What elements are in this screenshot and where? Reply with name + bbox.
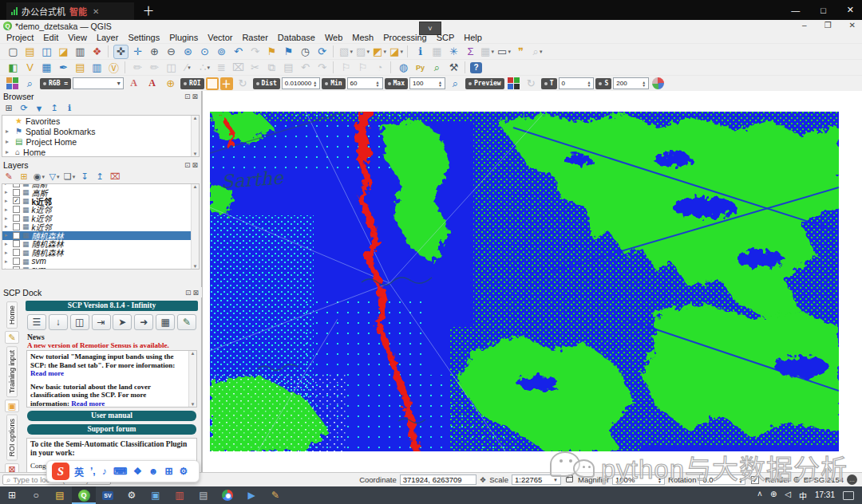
qgis-restore-button[interactable]: ❐ (824, 21, 832, 30)
magnifier-spinbox[interactable]: 100%▲▼ (612, 474, 665, 485)
extents-toggle-icon[interactable]: ❖ (480, 475, 487, 484)
paste-features-icon[interactable]: ▤ (281, 61, 296, 75)
toggle-editing-icon[interactable]: ✏ (147, 61, 162, 75)
browser-filter-icon[interactable]: ▼ (33, 102, 45, 114)
s-spinbox[interactable]: 200▲▼ (613, 77, 649, 89)
tray-expand-icon[interactable]: ˄ (757, 490, 762, 502)
browser-collapse-icon[interactable]: ↥ (48, 102, 61, 114)
browser-item-home[interactable]: ▸⌂Home (2, 147, 199, 157)
map-tips-icon[interactable]: ❞ (513, 45, 528, 59)
menu-item[interactable]: Database (273, 33, 320, 42)
digitize-icon[interactable]: ∕▾ (180, 61, 196, 75)
menu-item[interactable]: Layer (92, 33, 124, 42)
notifications-button[interactable] (843, 491, 854, 500)
messages-icon[interactable]: … (847, 474, 857, 485)
tray-ime-zh[interactable]: 中 (799, 490, 807, 502)
video-app-button[interactable]: ▶ (239, 486, 263, 504)
browser-item-project-home[interactable]: ▸▤Project Home (2, 136, 199, 147)
remote-tab-close-icon[interactable]: ✕ (93, 7, 99, 16)
filter-legend-icon[interactable]: ▽▾ (48, 171, 61, 183)
ime-mode-english[interactable]: 英 (74, 465, 84, 478)
remove-layer-icon[interactable]: ⌧ (109, 171, 121, 183)
metasearch-icon[interactable]: ◍ (396, 61, 411, 75)
open-attribute-table-icon[interactable]: ▦ (429, 45, 445, 59)
roi-zoom-icon[interactable]: ⊕ (163, 77, 178, 91)
lock-scale-icon[interactable] (566, 477, 573, 482)
start-button[interactable]: ⊞ (0, 486, 24, 504)
menu-item[interactable]: Project (2, 33, 38, 42)
map-themes-icon[interactable]: ❏▾ (63, 171, 76, 183)
add-vector-layer-icon[interactable]: V (22, 61, 38, 75)
layer-checkbox[interactable] (13, 183, 20, 187)
menu-item[interactable]: Web (320, 33, 347, 42)
remote-tab[interactable]: 办公台式机 智能 ✕ (6, 2, 134, 20)
pan-to-selection-icon[interactable]: ✛ (130, 45, 145, 59)
show-bookmarks-icon[interactable]: ⚑ (281, 45, 296, 59)
ime-punct-icon[interactable]: ’, (90, 466, 96, 477)
ime-mic-icon[interactable]: ♪ (102, 466, 107, 477)
browser-item-spatial-bookmarks[interactable]: ▸⚑Spatial Bookmarks (2, 126, 199, 136)
remote-maximize-button[interactable]: □ (820, 6, 826, 15)
spectral-plot-icon[interactable]: A (144, 77, 160, 91)
delete-selected-icon[interactable]: ⌧ (231, 61, 246, 75)
ime-keyboard-icon[interactable]: ⌨ (113, 466, 127, 477)
support-forum-button[interactable]: Support forum (27, 424, 196, 435)
help-contents-icon[interactable]: ? (470, 62, 482, 73)
modify-attributes-icon[interactable]: ≣ (214, 61, 229, 75)
news-scrollbar[interactable]: ▲▼ (188, 351, 196, 407)
nominatim-search-icon[interactable]: ⌕▾ (530, 45, 545, 59)
chrome-button[interactable] (216, 486, 239, 504)
scp-zoom-icon[interactable]: ⌕ (22, 77, 38, 91)
layer-row[interactable]: ▸▦svm (2, 257, 199, 266)
layer-checkbox[interactable] (13, 206, 20, 213)
scale-combo[interactable]: 1:22765▼ (512, 474, 561, 485)
osm-place-search-icon[interactable]: ⌕ (429, 61, 445, 75)
layer-checkbox[interactable] (13, 223, 20, 230)
user-manual-button[interactable]: User manual (27, 411, 196, 421)
add-postgis-layer-icon[interactable]: ▥ (89, 61, 105, 75)
ime-settings-icon[interactable]: ⚙ (179, 466, 188, 477)
add-raster-layer-icon[interactable]: ▦ (39, 61, 54, 75)
new-print-layout-icon[interactable]: ▥ (73, 45, 88, 59)
open-table-icon[interactable]: ▦▾ (480, 45, 495, 59)
statistics-icon[interactable]: Σ (463, 45, 478, 59)
add-mesh-layer-icon[interactable]: ✒ (56, 61, 71, 75)
remote-close-button[interactable]: ✕ (847, 5, 854, 15)
menu-item[interactable]: Mesh (347, 33, 378, 42)
layer-styling-icon[interactable]: ✎ (2, 171, 15, 183)
rotation-spinbox[interactable]: 0.0 °▲▼ (699, 474, 745, 485)
zoom-in-icon[interactable]: ⊕ (147, 45, 162, 59)
browser-close-icon[interactable]: ⊠ (192, 93, 198, 100)
scp-tab-training-input[interactable]: Training input (6, 346, 18, 397)
layer-checkbox[interactable]: ✓ (13, 197, 20, 204)
add-group-icon[interactable]: ⊞ (18, 171, 30, 183)
min-spinbox[interactable]: 60▲▼ (347, 77, 383, 89)
tray-volume-icon[interactable]: ◁ (785, 490, 791, 502)
photos-button[interactable]: ▣ (144, 486, 168, 504)
zoom-out-icon[interactable]: ⊖ (164, 45, 179, 59)
layer-row[interactable]: ▸▦随机森林 (2, 248, 199, 257)
zoom-to-selection-icon[interactable]: ⊙ (197, 45, 212, 59)
scp-bandset-button[interactable]: ☰ (27, 314, 46, 330)
menu-item[interactable]: Raster (237, 33, 272, 42)
tray-network-icon[interactable]: ⊕ (770, 490, 777, 502)
zoom-last-icon[interactable]: ↶ (231, 45, 246, 59)
app-sv-button[interactable]: SV (96, 486, 120, 504)
add-delimited-text-icon[interactable]: ▤ (73, 61, 88, 75)
ime-toolbox-icon[interactable]: ⊞ (164, 466, 172, 477)
qgis-taskbar-button[interactable]: Q (72, 486, 96, 504)
layer-checkbox[interactable] (13, 232, 20, 239)
spectral-signature-icon[interactable]: A (126, 77, 141, 91)
browser-float-icon[interactable]: ⊡ (184, 93, 191, 100)
save-project-icon[interactable]: ◫ (39, 45, 54, 59)
scp-float-icon[interactable]: ⊡ (185, 289, 192, 297)
activate-roi-pointer-icon[interactable]: ＋ (220, 77, 233, 90)
browser-item-favorites[interactable]: ★Favorites (2, 116, 199, 126)
scp-band-calc-button[interactable]: ▦ (156, 314, 175, 330)
profile-tool-icon[interactable]: ⚒ (446, 61, 461, 75)
save-as-icon[interactable]: ◪ (56, 45, 71, 59)
menu-item[interactable]: View (63, 33, 92, 42)
paint-button[interactable]: ✎ (263, 486, 287, 504)
crs-globe-icon[interactable]: ⊕ (793, 474, 801, 485)
layers-close-icon[interactable]: ⊠ (192, 161, 198, 169)
